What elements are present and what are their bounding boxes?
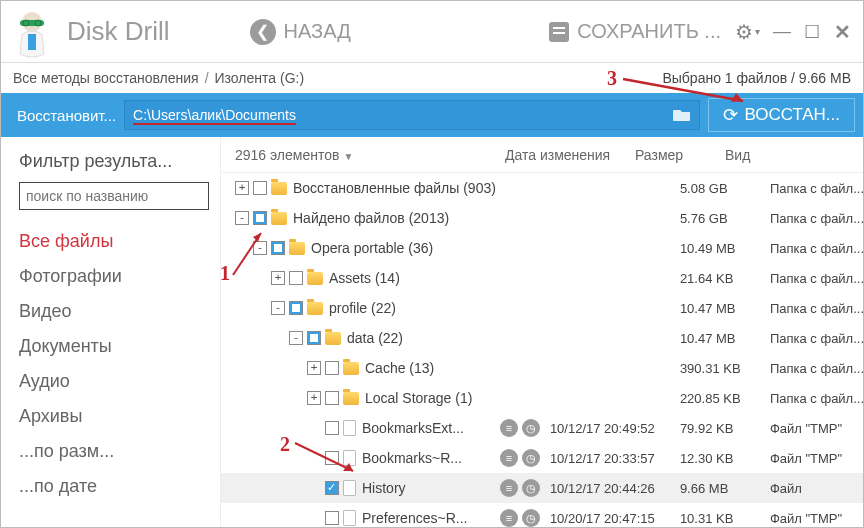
breadcrumb-root[interactable]: Все методы восстановления (13, 70, 199, 86)
preview-button[interactable]: ≡ (500, 509, 518, 527)
selection-status: Выбрано 1 файлов / 9.66 MB (662, 70, 851, 86)
file-row[interactable]: Preferences~R...≡◷10/20/17 20:47:1510.31… (221, 503, 864, 527)
minimize-button[interactable]: — (767, 17, 797, 47)
row-name: data (22) (347, 330, 403, 346)
recover-path-text: C:\Users\алик\Documents (133, 107, 296, 123)
folder-row[interactable]: +Local Storage (1)220.85 KBПапка с файл.… (221, 383, 864, 413)
folder-icon (271, 182, 287, 195)
expand-toggle (307, 511, 321, 525)
recover-icon: ⟳ (723, 104, 738, 126)
browse-folder-icon[interactable] (673, 107, 691, 124)
row-date: 10/20/17 20:47:15 (550, 511, 680, 526)
row-checkbox[interactable] (271, 241, 285, 255)
file-row[interactable]: BookmarksExt...≡◷10/12/17 20:49:5279.92 … (221, 413, 864, 443)
row-name: Найдено файлов (2013) (293, 210, 449, 226)
version-button[interactable]: ◷ (522, 509, 540, 527)
count-label: 2916 элементов (235, 147, 339, 163)
sidebar-item[interactable]: Все файлы (19, 224, 208, 259)
row-checkbox[interactable] (289, 301, 303, 315)
row-type: Папка с файл... (770, 391, 864, 406)
file-icon (343, 510, 356, 526)
folder-icon (307, 302, 323, 315)
col-type[interactable]: Вид (725, 147, 864, 163)
row-checkbox[interactable] (325, 451, 339, 465)
row-checkbox[interactable] (325, 481, 339, 495)
expand-toggle[interactable]: + (235, 181, 249, 195)
search-input[interactable] (19, 182, 209, 210)
svg-rect-4 (28, 34, 36, 50)
expand-toggle[interactable]: - (289, 331, 303, 345)
back-arrow-icon: ❮ (250, 19, 276, 45)
recover-button-label: ВОССТАН... (744, 105, 840, 125)
sidebar-item[interactable]: Архивы (19, 399, 208, 434)
sidebar-item[interactable]: ...по дате (19, 469, 208, 504)
sidebar-item[interactable]: Аудио (19, 364, 208, 399)
folder-row[interactable]: +Assets (14)21.64 KBПапка с файл... (221, 263, 864, 293)
sort-indicator-icon[interactable]: ▼ (343, 151, 353, 162)
row-checkbox[interactable] (307, 331, 321, 345)
row-checkbox[interactable] (325, 421, 339, 435)
back-button[interactable]: ❮ НАЗАД (250, 19, 351, 45)
sidebar-item[interactable]: Видео (19, 294, 208, 329)
file-icon (343, 480, 356, 496)
folder-row[interactable]: +Восстановленные файлы (903)5.08 GBПапка… (221, 173, 864, 203)
close-button[interactable]: ✕ (827, 17, 857, 47)
breadcrumb-node: Изолента (G:) (215, 70, 305, 86)
maximize-button[interactable]: ☐ (797, 17, 827, 47)
recover-bar: Восстановит... C:\Users\алик\Documents ⟳… (1, 93, 863, 137)
folder-row[interactable]: +Cache (13)390.31 KBПапка с файл... (221, 353, 864, 383)
row-type: Папка с файл... (770, 331, 864, 346)
expand-toggle[interactable]: - (235, 211, 249, 225)
row-name: BookmarksExt... (362, 420, 464, 436)
version-button[interactable]: ◷ (522, 479, 540, 497)
sidebar-item[interactable]: Фотографии (19, 259, 208, 294)
row-name: Local Storage (1) (365, 390, 472, 406)
settings-button[interactable]: ⚙▾ (735, 20, 759, 44)
recover-to-label: Восстановит... (17, 107, 116, 124)
list-icon (549, 22, 569, 42)
sidebar-item[interactable]: ...по разм... (19, 434, 208, 469)
expand-toggle[interactable]: - (271, 301, 285, 315)
row-name: Восстановленные файлы (903) (293, 180, 496, 196)
row-checkbox[interactable] (253, 211, 267, 225)
row-date: 10/12/17 20:49:52 (550, 421, 680, 436)
row-checkbox[interactable] (289, 271, 303, 285)
folder-row[interactable]: -Opera portable (36)10.49 MBПапка с файл… (221, 233, 864, 263)
preview-button[interactable]: ≡ (500, 419, 518, 437)
recover-path-input[interactable]: C:\Users\алик\Documents (124, 100, 700, 130)
row-name: Bookmarks~R... (362, 450, 462, 466)
row-type: Файл "TMP" (770, 511, 864, 526)
row-checkbox[interactable] (325, 391, 339, 405)
expand-toggle[interactable]: - (253, 241, 267, 255)
row-name: Cache (13) (365, 360, 434, 376)
folder-row[interactable]: -profile (22)10.47 MBПапка с файл... (221, 293, 864, 323)
expand-toggle[interactable]: + (307, 391, 321, 405)
expand-toggle[interactable]: + (271, 271, 285, 285)
folder-row[interactable]: -data (22)10.47 MBПапка с файл... (221, 323, 864, 353)
preview-button[interactable]: ≡ (500, 479, 518, 497)
row-size: 10.47 MB (680, 301, 770, 316)
recover-button[interactable]: ⟳ ВОССТАН... (708, 98, 855, 132)
row-type: Файл "TMP" (770, 421, 864, 436)
save-button[interactable]: СОХРАНИТЬ ... (549, 20, 721, 43)
row-checkbox[interactable] (325, 361, 339, 375)
app-logo (1, 1, 63, 63)
preview-button[interactable]: ≡ (500, 449, 518, 467)
svg-point-2 (23, 20, 29, 26)
file-row[interactable]: History≡◷10/12/17 20:44:269.66 MBФайл (221, 473, 864, 503)
row-checkbox[interactable] (253, 181, 267, 195)
col-size[interactable]: Размер (635, 147, 725, 163)
row-checkbox[interactable] (325, 511, 339, 525)
expand-toggle[interactable]: + (307, 361, 321, 375)
folder-row[interactable]: -Найдено файлов (2013)5.76 GBПапка с фай… (221, 203, 864, 233)
sidebar-item[interactable]: Документы (19, 329, 208, 364)
gear-icon: ⚙ (735, 20, 753, 44)
folder-icon (307, 272, 323, 285)
file-row[interactable]: Bookmarks~R...≡◷10/12/17 20:33:5712.30 K… (221, 443, 864, 473)
row-date: 10/12/17 20:44:26 (550, 481, 680, 496)
row-size: 12.30 KB (680, 451, 770, 466)
app-title: Disk Drill (67, 16, 170, 47)
col-date[interactable]: Дата изменения (505, 147, 635, 163)
version-button[interactable]: ◷ (522, 449, 540, 467)
version-button[interactable]: ◷ (522, 419, 540, 437)
